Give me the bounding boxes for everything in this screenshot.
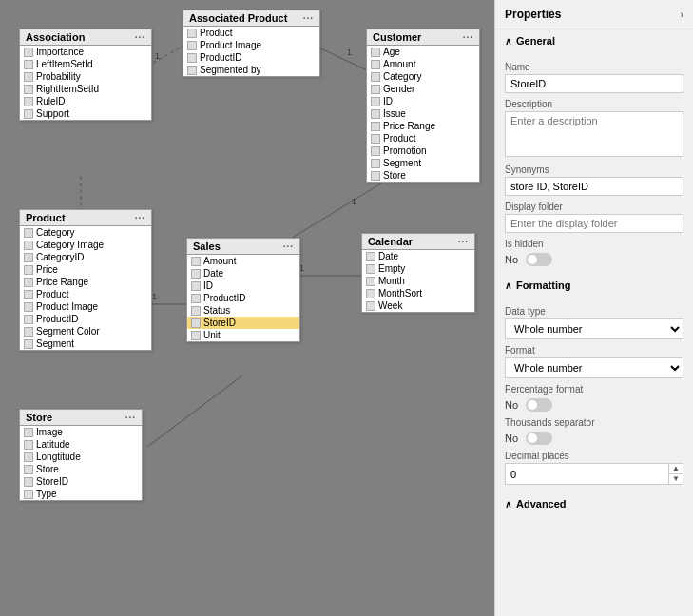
product-menu[interactable]: ··· bbox=[135, 213, 145, 223]
table-row: Segment bbox=[367, 157, 479, 169]
table-row: Product bbox=[183, 27, 319, 39]
product-header: Product ··· bbox=[20, 210, 151, 226]
table-row: Week bbox=[362, 299, 474, 312]
decimal-places-value: 0 bbox=[506, 466, 521, 483]
decimal-down-icon[interactable]: ▼ bbox=[669, 474, 683, 484]
general-group: Name Description Synonyms Display folder… bbox=[495, 52, 693, 274]
table-row: Product Image bbox=[183, 39, 319, 51]
table-row: Category bbox=[20, 226, 151, 239]
formatting-arrow-icon: ∧ bbox=[505, 280, 511, 291]
calendar-menu[interactable]: ··· bbox=[458, 237, 469, 247]
association-header: Association ··· bbox=[20, 29, 151, 46]
percentage-toggle-label: No bbox=[505, 399, 518, 411]
decimal-up-icon[interactable]: ▲ bbox=[669, 464, 683, 474]
svg-text:1: 1 bbox=[347, 48, 352, 57]
table-row: StoreID bbox=[20, 475, 142, 488]
thousands-separator-row: No bbox=[505, 432, 683, 445]
customer-table: Customer ··· Age Amount Category Gender … bbox=[366, 29, 480, 183]
table-row: Category bbox=[367, 70, 479, 83]
thousands-separator-toggle[interactable] bbox=[526, 432, 552, 445]
table-row: Price Range bbox=[20, 276, 151, 288]
table-row: CategoryID bbox=[20, 251, 151, 263]
properties-title: Properties bbox=[505, 8, 561, 21]
sales-header: Sales ··· bbox=[187, 239, 299, 255]
data-type-select[interactable]: Whole number bbox=[505, 318, 683, 339]
table-row: Store bbox=[20, 463, 142, 475]
table-row: ID bbox=[187, 279, 299, 292]
description-input[interactable] bbox=[505, 111, 683, 157]
sales-menu[interactable]: ··· bbox=[283, 241, 294, 252]
percentage-format-toggle[interactable] bbox=[526, 398, 552, 412]
thousands-separator-label: Thousands separator bbox=[505, 417, 683, 428]
is-hidden-toggle[interactable] bbox=[526, 253, 552, 266]
svg-text:1: 1 bbox=[352, 197, 356, 206]
table-row: ProductID bbox=[20, 313, 151, 325]
table-row: Promotion bbox=[367, 144, 479, 157]
association-menu[interactable]: ··· bbox=[135, 32, 145, 43]
table-row: Amount bbox=[367, 58, 479, 70]
advanced-section-header[interactable]: ∧ Advanced bbox=[495, 492, 693, 515]
table-row: RightItemSetId bbox=[20, 83, 151, 95]
advanced-arrow-icon: ∧ bbox=[505, 499, 511, 510]
customer-menu[interactable]: ··· bbox=[463, 32, 473, 43]
table-row: Image bbox=[20, 426, 142, 438]
table-row: RuleID bbox=[20, 95, 151, 107]
chevron-icon[interactable]: › bbox=[681, 10, 683, 20]
display-folder-label: Display folder bbox=[505, 202, 683, 212]
table-row: Segment Color bbox=[20, 325, 151, 337]
association-table: Association ··· Importance LeftItemSetId… bbox=[19, 29, 152, 121]
product-table: Product ··· Category Category Image Cate… bbox=[19, 209, 152, 351]
store-table: Store ··· Image Latitude Longtitude Stor… bbox=[19, 409, 143, 501]
associated-product-table: Associated Product ··· Product Product I… bbox=[183, 10, 320, 77]
synonyms-label: Synonyms bbox=[505, 164, 683, 175]
sales-table: Sales ··· Amount Date ID ProductID Statu… bbox=[186, 238, 300, 342]
format-label: Format bbox=[505, 345, 683, 356]
table-row: Gender bbox=[367, 83, 479, 95]
thousands-toggle-label: No bbox=[505, 433, 518, 444]
data-type-label: Data type bbox=[505, 306, 683, 317]
table-row-highlighted: StoreID bbox=[187, 317, 299, 329]
table-row: Status bbox=[187, 304, 299, 317]
is-hidden-row: No bbox=[505, 253, 683, 266]
decimal-arrows[interactable]: ▲ ▼ bbox=[668, 464, 683, 484]
table-row: ProductID bbox=[183, 51, 319, 64]
format-select[interactable]: Whole number bbox=[505, 357, 683, 378]
name-label: Name bbox=[505, 62, 683, 72]
table-row: Segment bbox=[20, 337, 151, 350]
formatting-section-header[interactable]: ∧ Formatting bbox=[495, 274, 693, 297]
table-row: Month bbox=[362, 275, 474, 287]
diagram-area[interactable]: 1 1 1 1 1 Association ··· Importance Lef… bbox=[0, 0, 494, 616]
table-row: Product bbox=[367, 132, 479, 144]
table-row: Importance bbox=[20, 46, 151, 58]
general-label: General bbox=[516, 35, 555, 47]
display-folder-input[interactable] bbox=[505, 214, 683, 233]
percentage-format-row: No bbox=[505, 398, 683, 412]
table-row: Empty bbox=[362, 262, 474, 275]
table-row: MonthSort bbox=[362, 287, 474, 299]
general-section-header[interactable]: ∧ General bbox=[495, 29, 693, 52]
table-row: Category Image bbox=[20, 239, 151, 251]
associated-product-header: Associated Product ··· bbox=[183, 10, 319, 27]
svg-text:1: 1 bbox=[155, 51, 160, 61]
table-row: Age bbox=[367, 46, 479, 58]
name-input[interactable] bbox=[505, 74, 683, 93]
store-menu[interactable]: ··· bbox=[125, 413, 136, 423]
table-row: Product Image bbox=[20, 300, 151, 313]
table-row: Support bbox=[20, 107, 151, 120]
table-row: Probability bbox=[20, 70, 151, 83]
general-arrow-icon: ∧ bbox=[505, 36, 511, 47]
is-hidden-label: Is hidden bbox=[505, 239, 683, 249]
svg-line-11 bbox=[147, 375, 242, 447]
table-row: Store bbox=[367, 169, 479, 182]
table-row: Date bbox=[187, 267, 299, 279]
properties-header: Properties › bbox=[495, 0, 693, 29]
associated-product-menu[interactable]: ··· bbox=[303, 13, 314, 24]
table-row: LeftItemSetId bbox=[20, 58, 151, 70]
table-row: Product bbox=[20, 288, 151, 300]
decimal-places-input[interactable]: 0 ▲ ▼ bbox=[505, 463, 683, 485]
advanced-label: Advanced bbox=[516, 498, 567, 510]
synonyms-input[interactable] bbox=[505, 177, 683, 196]
table-row: Longtitude bbox=[20, 451, 142, 463]
table-row: Amount bbox=[187, 255, 299, 267]
formatting-label: Formatting bbox=[516, 279, 570, 291]
